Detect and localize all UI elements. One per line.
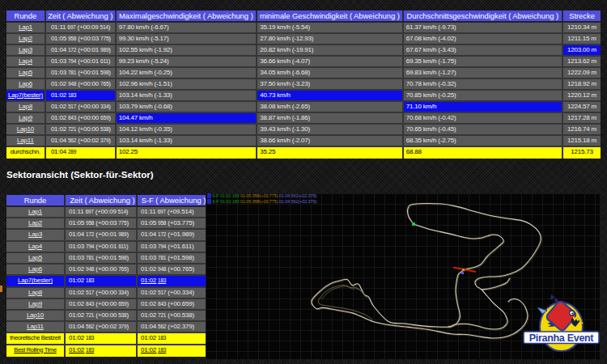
svg-text:Piranha Event: Piranha Event (529, 332, 595, 344)
